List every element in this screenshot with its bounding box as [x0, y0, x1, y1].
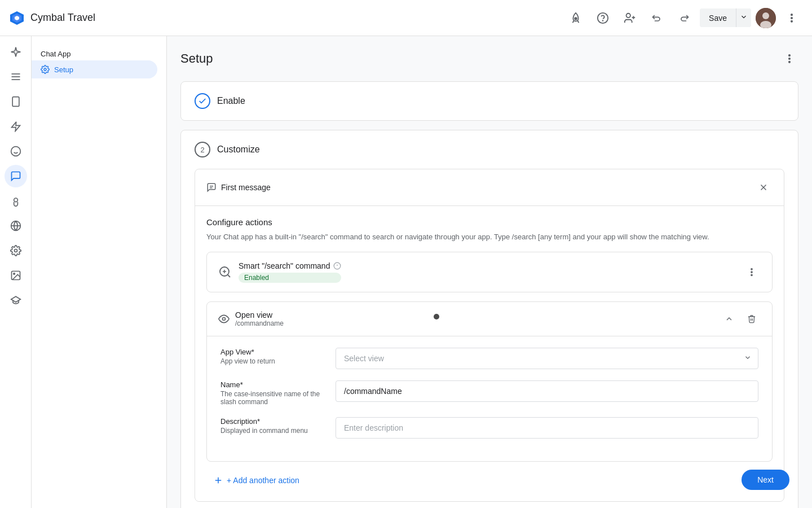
next-button[interactable]: Next [742, 470, 789, 490]
main-content: Setup Enable [167, 36, 812, 508]
rail-globe-button[interactable] [5, 214, 27, 237]
step2-card: 2 Customize First message [180, 130, 798, 508]
info-icon[interactable] [333, 262, 341, 270]
sparkle-icon [10, 46, 21, 58]
add-person-icon [624, 12, 636, 24]
save-dropdown-button[interactable] [736, 8, 751, 27]
rail-flash-button[interactable] [5, 115, 27, 138]
chevron-up-icon [725, 314, 734, 323]
configure-actions-title: Configure actions [206, 217, 773, 227]
rail-chat-button[interactable] [5, 165, 27, 187]
svg-point-29 [789, 55, 791, 56]
open-view-subtitle: /commandname [235, 319, 284, 327]
svg-point-12 [791, 14, 793, 15]
name-label-group: Name* The case-insensitive name of the s… [220, 380, 322, 406]
description-input[interactable] [336, 417, 758, 439]
rail-list-button[interactable] [5, 65, 27, 88]
svg-point-5 [603, 20, 603, 21]
svg-point-3 [575, 17, 577, 20]
phone-icon [10, 96, 21, 107]
rail-learn-button[interactable] [5, 289, 27, 312]
sidebar-item-setup-label: Setup [54, 65, 73, 74]
redo-icon [678, 12, 690, 24]
delete-icon [747, 314, 756, 323]
name-input[interactable] [336, 380, 758, 402]
svg-point-41 [751, 268, 752, 269]
open-view-title: Open view [235, 310, 284, 319]
description-label: Description* [220, 417, 322, 426]
smart-search-icon [218, 265, 232, 279]
page-title: Setup [180, 51, 213, 66]
mask-icon [10, 146, 21, 157]
app-view-row: App View* App view to return Select view [220, 348, 758, 369]
app-title: Cymbal Travel [30, 12, 95, 24]
step1-check-icon [198, 97, 207, 106]
save-button-group: Save [700, 8, 751, 27]
svg-point-13 [791, 17, 793, 19]
add-action-button[interactable]: + Add another action [206, 471, 306, 490]
close-icon [758, 182, 769, 192]
description-input-group [336, 417, 758, 439]
description-label-group: Description* Displayed in command menu [220, 417, 322, 435]
rail-image-button[interactable] [5, 264, 27, 287]
setup-icon [41, 65, 50, 74]
undo-button[interactable] [646, 7, 668, 29]
name-sublabel: The case-insensitive name of the slash c… [220, 390, 322, 406]
redo-button[interactable] [673, 7, 695, 29]
rail-sparkle-button[interactable] [5, 41, 27, 63]
enabled-badge: Enabled [239, 273, 341, 283]
save-button[interactable]: Save [700, 9, 736, 27]
svg-point-44 [223, 317, 226, 320]
app-view-select[interactable]: Select view [336, 348, 758, 369]
smart-search-info: Smart "/search" command Enabled [239, 261, 341, 283]
first-message-title: First message [221, 183, 271, 192]
smart-search-more-button[interactable] [743, 263, 761, 281]
first-message-card: First message Configure actions Your Cha… [195, 169, 784, 502]
sidebar-section-title: Chat App [32, 45, 166, 60]
rocket-button[interactable] [564, 7, 587, 29]
rail-mask-button[interactable] [5, 140, 27, 163]
configure-actions-desc: Your Chat app has a built-in "/search" c… [206, 231, 773, 243]
customize-content: First message Configure actions Your Cha… [181, 169, 798, 508]
svg-point-10 [762, 12, 769, 19]
svg-point-42 [751, 271, 752, 272]
sidebar-item-setup[interactable]: Setup [32, 60, 157, 78]
first-message-close-button[interactable] [754, 178, 773, 196]
app-view-select-wrapper: Select view [336, 348, 758, 369]
undo-icon [651, 12, 663, 24]
svg-point-31 [789, 62, 791, 63]
icon-rail [0, 36, 32, 508]
rail-phone-button[interactable] [5, 90, 27, 113]
more-menu-button[interactable] [780, 7, 803, 29]
open-view-collapse-button[interactable] [720, 310, 738, 328]
sidebar: Chat App Setup [32, 36, 167, 508]
rail-settings-button[interactable] [5, 239, 27, 262]
open-view-title-group: Open view /commandname [235, 310, 284, 327]
main-layout: Chat App Setup Setup [0, 36, 812, 508]
rail-idea-button[interactable] [5, 190, 27, 212]
list-icon [10, 71, 21, 82]
flash-icon [10, 121, 21, 132]
step2-title: Customize [217, 144, 260, 155]
settings-icon [10, 245, 21, 256]
svg-point-43 [751, 274, 752, 275]
svg-line-37 [228, 274, 230, 277]
svg-point-22 [14, 198, 17, 202]
page-header: Setup [180, 50, 798, 68]
page-more-button[interactable] [780, 50, 798, 68]
add-person-button[interactable] [619, 7, 641, 29]
idea-icon [10, 195, 21, 207]
help-button[interactable] [592, 7, 614, 29]
first-message-title-row: First message [206, 182, 271, 192]
avatar[interactable] [756, 8, 776, 28]
open-view-delete-button[interactable] [743, 310, 761, 328]
help-icon [597, 12, 609, 24]
app-view-sublabel: App view to return [220, 357, 322, 365]
first-message-icon [206, 182, 217, 192]
open-view-body: App View* App view to return Select view [207, 336, 772, 461]
name-label: Name* [220, 380, 322, 389]
step2-number: 2 [195, 142, 210, 157]
topbar: Cymbal Travel [0, 0, 812, 36]
description-row: Description* Displayed in command menu [220, 417, 758, 439]
globe-icon [10, 220, 21, 231]
